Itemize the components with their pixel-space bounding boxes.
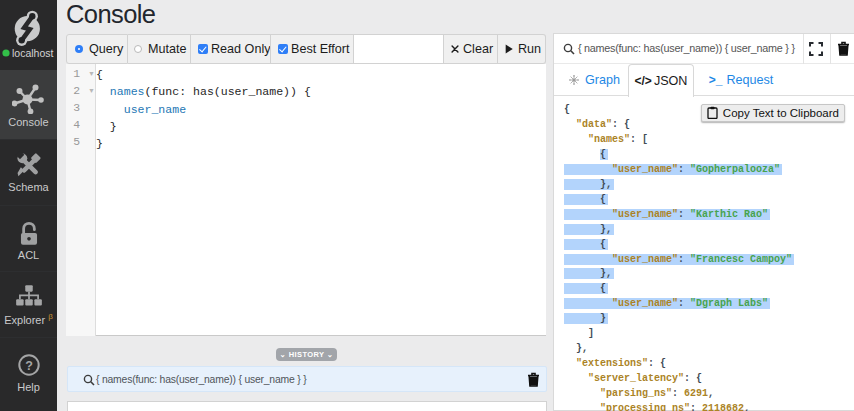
- svg-text:?: ?: [25, 359, 33, 373]
